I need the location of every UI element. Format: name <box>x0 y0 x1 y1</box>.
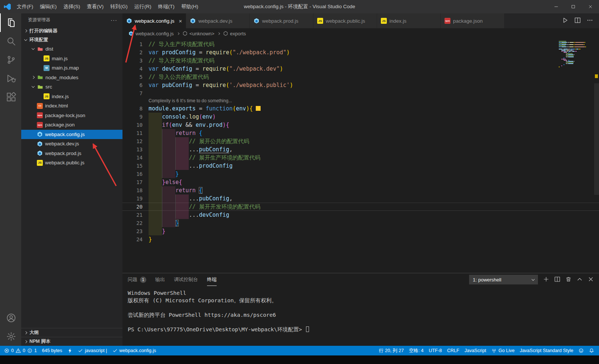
split-editor-button[interactable] <box>574 17 581 25</box>
code-line-18[interactable]: 18 return { <box>122 186 599 194</box>
code-line-2[interactable]: 2var prodConfig = require("./webpack.pro… <box>122 48 599 57</box>
tree-item-main-js[interactable]: JSmain.js <box>21 54 122 64</box>
section-npm-脚本[interactable]: NPM 脚本 <box>21 337 122 346</box>
status-cursor-position[interactable]: 行 20, 列 27 <box>376 346 407 355</box>
panel-tab-调试控制台[interactable]: 调试控制台 <box>174 274 198 286</box>
code-line-11[interactable]: 11 return { <box>122 129 599 137</box>
status-problems[interactable]: 001 <box>1 346 39 355</box>
close-window-button[interactable] <box>582 0 599 13</box>
status-formatter-file[interactable]: webpack.config.js <box>110 346 159 355</box>
minimize-window-button[interactable] <box>548 0 565 13</box>
status-standard-lint[interactable]: javascript | <box>75 346 110 355</box>
code-line-10[interactable]: 10 if(env && env.prod){ <box>122 121 599 129</box>
status-standard-style[interactable]: JavaScript Standard Style <box>517 346 576 355</box>
section-workspace[interactable]: 环境配置 <box>21 35 122 44</box>
menu-item-7[interactable]: 终端(T) <box>155 0 178 13</box>
code-line-1[interactable]: 1// 导入生产环境配置代码 <box>122 40 599 48</box>
section-大纲[interactable]: 大纲 <box>21 328 122 337</box>
tree-item-package-json[interactable]: npmpackage.json <box>21 120 122 130</box>
panel-tab-输出[interactable]: 输出 <box>155 274 165 286</box>
status-power[interactable] <box>65 346 75 355</box>
breadcrumb-item-unknown[interactable]: <unknown> <box>182 31 214 36</box>
activity-source-control[interactable] <box>0 51 21 69</box>
status-encoding[interactable]: UTF-8 <box>426 346 445 355</box>
more-actions-button[interactable] <box>587 17 593 25</box>
breadcrumb-item-exports[interactable]: exports <box>223 31 246 36</box>
code-line-13[interactable]: 13 ...pubConfig, <box>122 145 599 154</box>
kill-terminal-button[interactable] <box>565 276 571 283</box>
code-line-16[interactable]: 16 } <box>122 170 599 178</box>
menu-item-8[interactable]: 帮助(H) <box>178 0 202 13</box>
status-file-size[interactable]: 645 bytes <box>39 346 65 355</box>
code-line-6[interactable]: 6var pubConfig = require('./webpack.publ… <box>122 81 599 89</box>
run-code-button[interactable] <box>562 17 568 25</box>
status-notifications[interactable] <box>586 346 597 355</box>
tree-item-webpack-dev-js[interactable]: webpack.dev.js <box>21 139 122 149</box>
menu-item-2[interactable]: 编辑(E) <box>36 0 60 13</box>
code-line-24[interactable]: 24} <box>122 235 599 244</box>
panel-tab-终端[interactable]: 终端 <box>207 274 217 286</box>
tree-item-webpack-config-js[interactable]: webpack.config.js <box>21 130 122 139</box>
menu-item-1[interactable]: 文件(F) <box>13 0 36 13</box>
tree-item-node-modules[interactable]: node_modules <box>21 73 122 83</box>
code-line-5[interactable]: 5// 导入公共的配置代码 <box>122 73 599 81</box>
tree-item-package-lock-json[interactable]: npmpackage-lock.json <box>21 111 122 120</box>
tab-webpack-prod-js[interactable]: webpack.prod.js <box>250 13 313 28</box>
status-feedback[interactable] <box>576 346 586 355</box>
tab-close-icon[interactable]: × <box>179 18 182 24</box>
code-line-21[interactable]: 21 ...devConfig <box>122 211 599 219</box>
code-line-7[interactable]: 7 <box>122 89 599 97</box>
editor-scrollbar[interactable] <box>594 83 599 195</box>
tree-item-webpack-prod-js[interactable]: webpack.prod.js <box>21 149 122 158</box>
code-editor[interactable]: 1// 导入生产环境配置代码2var prodConfig = require(… <box>122 39 599 273</box>
activity-search[interactable] <box>0 32 21 51</box>
tab-index-js[interactable]: JSindex.js <box>377 13 441 28</box>
tab-package-json[interactable]: npmpackage.json <box>441 13 504 28</box>
status-indentation[interactable]: 空格: 4 <box>407 346 426 355</box>
tree-item-webpack-public-js[interactable]: JSwebpack.public.js <box>21 158 122 168</box>
code-line-12[interactable]: 12 // 展开公共的配置代码 <box>122 137 599 145</box>
close-panel-button[interactable] <box>588 276 594 283</box>
tab-webpack-config-js[interactable]: webpack.config.js× <box>122 13 186 28</box>
menu-item-3[interactable]: 选择(S) <box>60 0 83 13</box>
tree-item-index-js[interactable]: JSindex.js <box>21 92 122 102</box>
activity-account[interactable] <box>0 309 21 327</box>
activity-settings[interactable] <box>0 327 21 346</box>
code-line-17[interactable]: 17 }else{ <box>122 178 599 186</box>
terminal[interactable]: Windows PowerShell版权所有 (C) Microsoft Cor… <box>122 286 599 346</box>
activity-run-debug[interactable] <box>0 69 21 88</box>
minimap[interactable] <box>559 41 592 68</box>
code-line-19[interactable]: 19 ...pubConfig, <box>122 194 599 203</box>
activity-explorer[interactable] <box>0 13 21 32</box>
maximize-window-button[interactable] <box>565 0 582 13</box>
code-line-20[interactable]: 20 // 展开开发环境的配置代码 <box>122 203 599 211</box>
code-line-22[interactable]: 22 } <box>122 219 599 227</box>
tree-item-src[interactable]: src <box>21 82 122 92</box>
activity-extensions[interactable] <box>0 88 21 106</box>
code-line-15[interactable]: 15 ...prodConfig <box>122 162 599 170</box>
tab-webpack-dev-js[interactable]: webpack.dev.js <box>186 13 250 28</box>
menu-item-5[interactable]: 转到(G) <box>107 0 131 13</box>
code-line-14[interactable]: 14 // 展开生产环境的配置代码 <box>122 154 599 162</box>
status-eol[interactable]: CRLF <box>445 346 462 355</box>
tree-item-dist[interactable]: dist <box>21 44 122 54</box>
menu-item-4[interactable]: 查看(V) <box>83 0 107 13</box>
overview-ruler[interactable] <box>594 39 599 273</box>
status-go-live[interactable]: Go Live <box>489 346 517 355</box>
tree-item-index-html[interactable]: <>index.html <box>21 101 122 111</box>
codelens-link[interactable]: Complexity is 6 It's time to do somethin… <box>122 97 599 104</box>
sidebar-more-actions[interactable]: ··· <box>111 17 117 23</box>
tree-item-main-js-map[interactable]: Mmain.js.map <box>21 63 122 73</box>
tab-webpack-public-js[interactable]: JSwebpack.public.js <box>313 13 377 28</box>
section-open-editors[interactable]: 打开的编辑器 <box>21 26 122 35</box>
status-language-mode[interactable]: JavaScript <box>462 346 489 355</box>
new-terminal-button[interactable] <box>543 276 549 283</box>
code-line-23[interactable]: 23 } <box>122 227 599 235</box>
code-line-8[interactable]: 8module.exports = function(env){ <box>122 104 599 113</box>
terminal-shell-selector[interactable]: 1: powershell <box>469 275 538 284</box>
maximize-panel-button[interactable] <box>577 276 583 283</box>
split-terminal-button[interactable] <box>554 276 560 283</box>
panel-tab-问题[interactable]: 问题1 <box>128 274 146 286</box>
breadcrumb-item-webpack-config-js[interactable]: webpack.config.js <box>128 31 174 36</box>
code-line-3[interactable]: 3// 导入开发环境配置代码 <box>122 57 599 65</box>
